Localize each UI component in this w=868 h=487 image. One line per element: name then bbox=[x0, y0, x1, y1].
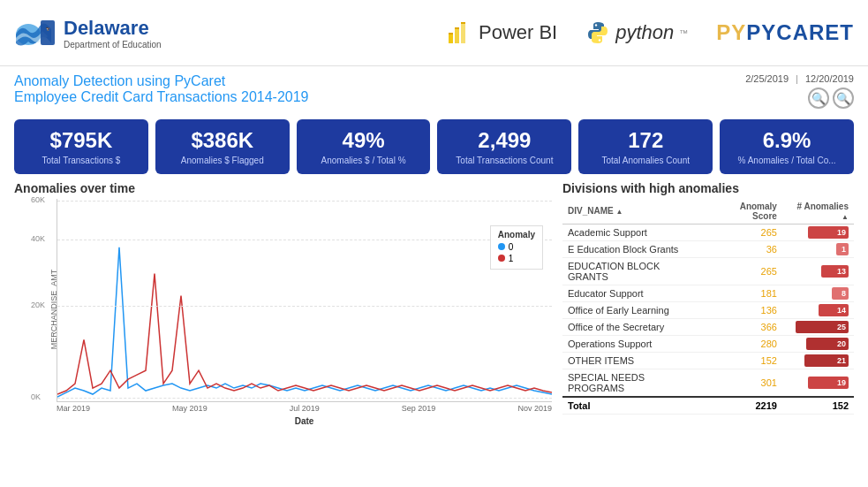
cell-div-name: SPECIAL NEEDS PROGRAMS bbox=[562, 369, 708, 397]
kpi-card-5: 6.9% % Anomalies / Total Co... bbox=[720, 119, 854, 174]
cell-count: 25 bbox=[782, 318, 854, 335]
cell-score: 366 bbox=[708, 318, 782, 335]
powerbi-label: Power BI bbox=[479, 21, 557, 44]
main-content: Anomalies over time MERCHANDISE_AMT 60K … bbox=[0, 181, 868, 455]
kpi-card-1: $386K Anomalies $ Flagged bbox=[155, 119, 290, 174]
table-body: Academic Support 265 19 E Education Bloc… bbox=[562, 224, 854, 414]
table-row: Academic Support 265 19 bbox=[562, 224, 854, 240]
anomaly-table: DIV_NAME ▲ Anomaly Score # Anomalies ▲ A… bbox=[562, 199, 854, 415]
cell-count: 14 bbox=[782, 301, 854, 318]
kpi-value-0: $795K bbox=[25, 128, 138, 154]
table-section: Divisions with high anomalies DIV_NAME ▲… bbox=[562, 181, 854, 455]
kpi-card-0: $795K Total Transactions $ bbox=[14, 119, 148, 174]
legend-label-0: 0 bbox=[509, 242, 514, 252]
cell-count: 1 bbox=[782, 240, 854, 257]
cell-div-name: Educator Support bbox=[562, 285, 708, 301]
total-score: 2219 bbox=[708, 397, 782, 415]
svg-text:🦅: 🦅 bbox=[46, 27, 50, 31]
kpi-value-3: 2,499 bbox=[448, 128, 561, 154]
col-div-name[interactable]: DIV_NAME ▲ bbox=[562, 199, 708, 224]
filter-icon[interactable]: 🔍 bbox=[833, 88, 854, 109]
svg-point-10 bbox=[599, 39, 600, 41]
pycaret-logo: PYPYCARET bbox=[716, 20, 854, 45]
x-axis-label: Date bbox=[57, 416, 552, 426]
cell-div-name: EDUCATION BLOCK GRANTS bbox=[562, 257, 708, 285]
powerbi-logo: Power BI bbox=[445, 19, 557, 47]
kpi-label-4: Total Anomalies Count bbox=[589, 156, 702, 165]
x-tick-nov: Nov 2019 bbox=[517, 404, 552, 413]
col-anomaly-score[interactable]: Anomaly Score bbox=[708, 199, 782, 224]
table-total-row: Total 2219 152 bbox=[562, 397, 854, 415]
svg-rect-5 bbox=[461, 24, 465, 43]
kpi-label-1: Anomalies $ Flagged bbox=[166, 156, 279, 165]
col-anomaly-count[interactable]: # Anomalies ▲ bbox=[782, 199, 854, 224]
page-title-line2: Employee Credit Card Transactions 2014-2… bbox=[14, 89, 309, 105]
y-tick-60k: 60K bbox=[57, 201, 552, 202]
cell-score: 152 bbox=[708, 352, 782, 369]
cell-score: 36 bbox=[708, 240, 782, 257]
kpi-card-3: 2,499 Total Transactions Count bbox=[437, 119, 571, 174]
svg-rect-7 bbox=[455, 27, 459, 29]
cell-count: 20 bbox=[782, 335, 854, 352]
table-row: Educator Support 181 8 bbox=[562, 285, 854, 301]
kpi-card-2: 49% Anomalies $ / Total % bbox=[297, 119, 431, 174]
cell-count: 8 bbox=[782, 285, 854, 301]
y-tick-0k: 0K bbox=[57, 398, 552, 399]
kpi-label-2: Anomalies $ / Total % bbox=[307, 156, 420, 165]
kpi-value-4: 172 bbox=[589, 128, 702, 154]
table-row: Office of Early Learning 136 14 bbox=[562, 301, 854, 318]
svg-rect-4 bbox=[455, 29, 459, 43]
brand-subtitle: Department of Education bbox=[64, 40, 162, 49]
cell-score: 301 bbox=[708, 369, 782, 397]
total-label: Total bbox=[562, 397, 708, 415]
legend-dot-0 bbox=[498, 243, 505, 250]
kpi-label-0: Total Transactions $ bbox=[25, 156, 138, 165]
legend-label-1: 1 bbox=[509, 254, 514, 263]
delaware-logo-icon: 🦅 bbox=[14, 15, 57, 50]
x-tick-sep: Sep 2019 bbox=[402, 404, 436, 413]
cell-div-name: Academic Support bbox=[562, 224, 708, 240]
cell-count: 19 bbox=[782, 224, 854, 240]
table-head: DIV_NAME ▲ Anomaly Score # Anomalies ▲ bbox=[562, 199, 854, 224]
header-tools: Power BI python ™ PYPYCARET bbox=[445, 19, 854, 47]
top-bar: 🦅 Delaware Department of Education Power… bbox=[0, 0, 868, 66]
date-end: 12/20/2019 bbox=[805, 73, 854, 84]
cell-score: 265 bbox=[708, 224, 782, 240]
kpi-value-2: 49% bbox=[307, 128, 420, 154]
x-tick-mar: Mar 2019 bbox=[57, 404, 90, 413]
pycaret-py: PY bbox=[716, 20, 746, 44]
logo-text: Delaware Department of Education bbox=[64, 17, 162, 49]
svg-rect-8 bbox=[461, 22, 465, 24]
cell-div-name: Office of Early Learning bbox=[562, 301, 708, 318]
svg-rect-1 bbox=[41, 20, 55, 45]
table-row: E Education Block Grants 36 1 bbox=[562, 240, 854, 257]
y-tick-40k: 40K bbox=[57, 240, 552, 240]
powerbi-icon bbox=[445, 19, 473, 47]
y-tick-20k: 20K bbox=[57, 306, 552, 307]
x-axis-ticks: Mar 2019 May 2019 Jul 2019 Sep 2019 Nov … bbox=[57, 402, 552, 415]
table-row: SPECIAL NEEDS PROGRAMS 301 19 bbox=[562, 369, 854, 397]
subtitle-section: Anomaly Detection using PyCaret Employee… bbox=[0, 66, 868, 112]
python-label: python bbox=[615, 21, 674, 44]
python-icon bbox=[585, 20, 610, 45]
logo-area: 🦅 Delaware Department of Education bbox=[14, 15, 162, 50]
subtitle-text: Anomaly Detection using PyCaret Employee… bbox=[14, 73, 309, 105]
cell-score: 136 bbox=[708, 301, 782, 318]
kpi-label-5: % Anomalies / Total Co... bbox=[730, 156, 843, 165]
filter-icons[interactable]: 🔍 🔍 bbox=[808, 88, 854, 109]
cell-score: 280 bbox=[708, 335, 782, 352]
cell-score: 181 bbox=[708, 285, 782, 301]
kpi-label-3: Total Transactions Count bbox=[448, 156, 561, 165]
anomaly-chart-svg bbox=[57, 199, 552, 401]
x-tick-jul: Jul 2019 bbox=[290, 404, 320, 413]
cell-div-name: Operations Support bbox=[562, 335, 708, 352]
chart-container: 60K 40K 20K 0K Anomaly 0 bbox=[57, 199, 552, 402]
legend-item-0: 0 bbox=[498, 242, 535, 252]
cell-div-name: OTHER ITEMS bbox=[562, 352, 708, 369]
chart-legend: Anomaly 0 1 bbox=[490, 225, 543, 270]
python-logo: python ™ bbox=[585, 20, 688, 45]
brand-name: Delaware bbox=[64, 17, 162, 40]
svg-rect-3 bbox=[449, 34, 453, 43]
search-icon[interactable]: 🔍 bbox=[808, 88, 829, 109]
date-range: 2/25/2019 | 12/20/2019 bbox=[745, 73, 854, 84]
